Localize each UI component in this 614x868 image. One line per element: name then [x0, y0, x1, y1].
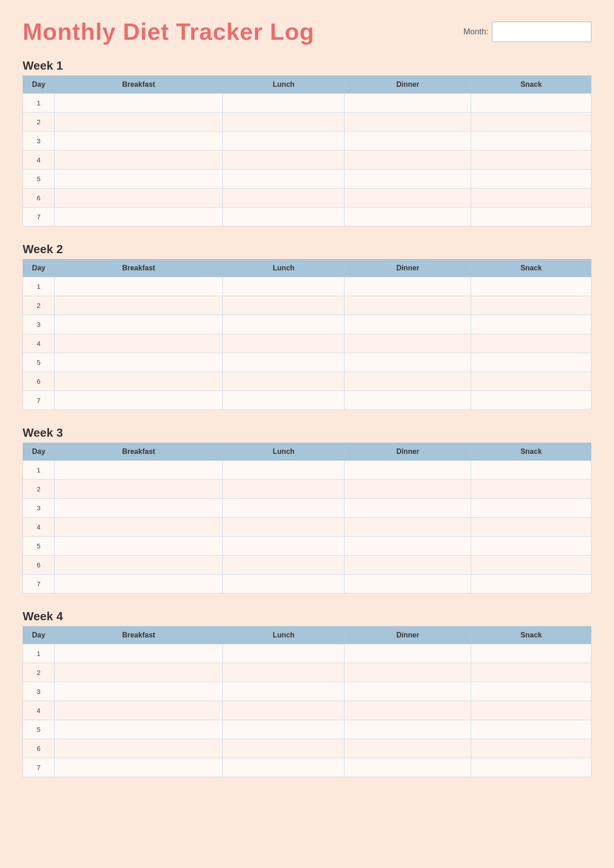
week-2-day-1-snack[interactable] [471, 277, 591, 296]
week-4-day-1-snack[interactable] [471, 644, 591, 663]
week-3-day-5-lunch[interactable] [223, 537, 345, 556]
week-1-day-4-dinner[interactable] [345, 151, 471, 170]
week-3-day-6-lunch[interactable] [223, 556, 345, 575]
week-1-day-3-lunch[interactable] [223, 132, 345, 151]
week-4-day-7-snack[interactable] [471, 758, 591, 777]
week-1-day-1-snack[interactable] [471, 94, 591, 113]
week-2-day-6-dinner[interactable] [345, 372, 471, 391]
week-3-day-6-snack[interactable] [471, 556, 591, 575]
week-2-day-4-dinner[interactable] [345, 334, 471, 353]
week-4-day-5-snack[interactable] [471, 720, 591, 739]
week-1-day-3-dinner[interactable] [345, 132, 471, 151]
week-2-day-5-dinner[interactable] [345, 353, 471, 372]
week-4-day-3-breakfast[interactable] [55, 682, 223, 701]
week-4-day-6-snack[interactable] [471, 739, 591, 758]
week-2-day-1-breakfast[interactable] [55, 277, 223, 296]
week-1-day-6-breakfast[interactable] [55, 189, 223, 208]
week-1-day-2-dinner[interactable] [345, 113, 471, 132]
week-2-day-5-breakfast[interactable] [55, 353, 223, 372]
week-2-day-2-snack[interactable] [471, 296, 591, 315]
week-1-day-2-breakfast[interactable] [55, 113, 223, 132]
week-2-day-7-lunch[interactable] [223, 391, 345, 410]
week-1-day-7-lunch[interactable] [223, 208, 345, 226]
week-2-day-6-lunch[interactable] [223, 372, 345, 391]
week-1-day-5-dinner[interactable] [345, 170, 471, 189]
week-1-day-4-snack[interactable] [471, 151, 591, 170]
week-4-day-3-lunch[interactable] [223, 682, 345, 701]
week-3-day-4-breakfast[interactable] [55, 518, 223, 537]
week-3-day-7-lunch[interactable] [223, 575, 345, 594]
month-input[interactable] [492, 22, 591, 42]
week-2-day-3-breakfast[interactable] [55, 315, 223, 334]
week-2-day-2-breakfast[interactable] [55, 296, 223, 315]
week-4-day-5-lunch[interactable] [223, 720, 345, 739]
week-4-day-2-snack[interactable] [471, 663, 591, 682]
week-3-day-3-lunch[interactable] [223, 499, 345, 518]
week-3-day-6-breakfast[interactable] [55, 556, 223, 575]
week-1-day-3-snack[interactable] [471, 132, 591, 151]
week-3-day-7-snack[interactable] [471, 575, 591, 594]
week-3-day-1-breakfast[interactable] [55, 461, 223, 480]
week-3-day-4-lunch[interactable] [223, 518, 345, 537]
week-4-day-1-lunch[interactable] [223, 644, 345, 663]
week-4-day-1-dinner[interactable] [345, 644, 471, 663]
week-4-day-5-breakfast[interactable] [55, 720, 223, 739]
week-3-day-5-dinner[interactable] [345, 537, 471, 556]
week-4-day-7-breakfast[interactable] [55, 758, 223, 777]
week-1-day-5-lunch[interactable] [223, 170, 345, 189]
week-2-day-6-breakfast[interactable] [55, 372, 223, 391]
week-3-day-3-snack[interactable] [471, 499, 591, 518]
week-4-day-4-snack[interactable] [471, 701, 591, 720]
week-3-day-6-dinner[interactable] [345, 556, 471, 575]
week-4-day-3-snack[interactable] [471, 682, 591, 701]
week-3-day-7-dinner[interactable] [345, 575, 471, 594]
week-4-day-4-lunch[interactable] [223, 701, 345, 720]
week-3-day-4-dinner[interactable] [345, 518, 471, 537]
week-2-day-3-lunch[interactable] [223, 315, 345, 334]
week-4-day-6-dinner[interactable] [345, 739, 471, 758]
week-2-day-3-dinner[interactable] [345, 315, 471, 334]
week-2-day-1-lunch[interactable] [223, 277, 345, 296]
week-1-day-5-breakfast[interactable] [55, 170, 223, 189]
week-1-day-7-breakfast[interactable] [55, 208, 223, 226]
week-3-day-3-dinner[interactable] [345, 499, 471, 518]
week-4-day-2-dinner[interactable] [345, 663, 471, 682]
week-1-day-1-lunch[interactable] [223, 94, 345, 113]
week-3-day-2-dinner[interactable] [345, 480, 471, 499]
week-2-day-5-lunch[interactable] [223, 353, 345, 372]
week-2-day-2-dinner[interactable] [345, 296, 471, 315]
week-4-day-7-lunch[interactable] [223, 758, 345, 777]
week-4-day-7-dinner[interactable] [345, 758, 471, 777]
week-1-day-1-dinner[interactable] [345, 94, 471, 113]
week-1-day-6-snack[interactable] [471, 189, 591, 208]
week-1-day-3-breakfast[interactable] [55, 132, 223, 151]
week-4-day-4-dinner[interactable] [345, 701, 471, 720]
week-4-day-2-breakfast[interactable] [55, 663, 223, 682]
week-3-day-2-lunch[interactable] [223, 480, 345, 499]
week-3-day-2-breakfast[interactable] [55, 480, 223, 499]
week-1-day-2-lunch[interactable] [223, 113, 345, 132]
week-2-day-4-snack[interactable] [471, 334, 591, 353]
week-1-day-5-snack[interactable] [471, 170, 591, 189]
week-3-day-3-breakfast[interactable] [55, 499, 223, 518]
week-4-day-4-breakfast[interactable] [55, 701, 223, 720]
week-4-day-1-breakfast[interactable] [55, 644, 223, 663]
week-4-day-3-dinner[interactable] [345, 682, 471, 701]
week-3-day-4-snack[interactable] [471, 518, 591, 537]
week-2-day-7-breakfast[interactable] [55, 391, 223, 410]
week-2-day-3-snack[interactable] [471, 315, 591, 334]
week-1-day-4-lunch[interactable] [223, 151, 345, 170]
week-3-day-1-dinner[interactable] [345, 461, 471, 480]
week-3-day-1-lunch[interactable] [223, 461, 345, 480]
week-3-day-1-snack[interactable] [471, 461, 591, 480]
week-2-day-4-breakfast[interactable] [55, 334, 223, 353]
week-3-day-2-snack[interactable] [471, 480, 591, 499]
week-2-day-1-dinner[interactable] [345, 277, 471, 296]
week-3-day-5-breakfast[interactable] [55, 537, 223, 556]
week-4-day-6-breakfast[interactable] [55, 739, 223, 758]
week-2-day-6-snack[interactable] [471, 372, 591, 391]
week-2-day-2-lunch[interactable] [223, 296, 345, 315]
week-1-day-7-snack[interactable] [471, 208, 591, 226]
week-1-day-4-breakfast[interactable] [55, 151, 223, 170]
week-1-day-7-dinner[interactable] [345, 208, 471, 226]
